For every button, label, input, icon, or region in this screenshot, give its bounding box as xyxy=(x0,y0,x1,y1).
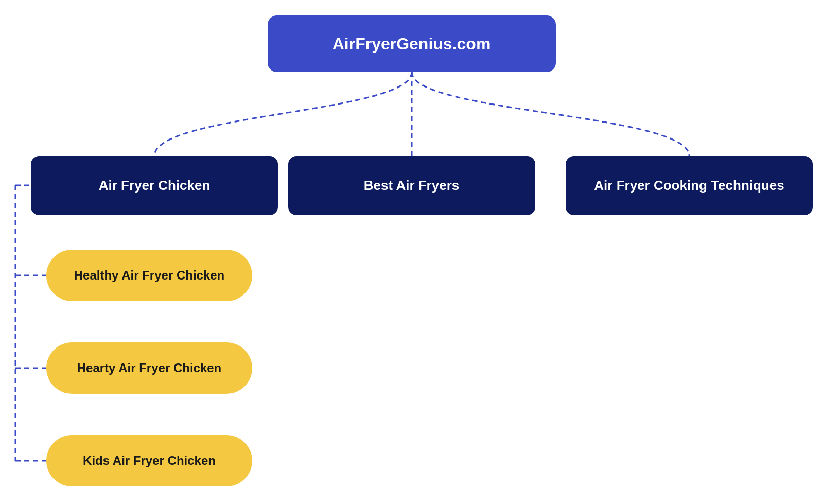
node-healthy-chicken: Healthy Air Fryer Chicken xyxy=(46,250,252,301)
best-label: Best Air Fryers xyxy=(354,178,469,194)
diagram-container: AirFryerGenius.com Air Fryer Chicken Bes… xyxy=(0,0,823,504)
hearty-label: Hearty Air Fryer Chicken xyxy=(77,361,222,375)
node-kids-chicken: Kids Air Fryer Chicken xyxy=(46,435,252,486)
root-node: AirFryerGenius.com xyxy=(268,15,556,72)
node-air-fryer-chicken: Air Fryer Chicken xyxy=(31,156,278,215)
root-label: AirFryerGenius.com xyxy=(332,34,491,54)
node-best-air-fryers: Best Air Fryers xyxy=(288,156,535,215)
healthy-label: Healthy Air Fryer Chicken xyxy=(74,268,225,283)
techniques-label: Air Fryer Cooking Techniques xyxy=(584,178,794,194)
node-air-fryer-techniques: Air Fryer Cooking Techniques xyxy=(566,156,813,215)
node-hearty-chicken: Hearty Air Fryer Chicken xyxy=(46,342,252,394)
kids-label: Kids Air Fryer Chicken xyxy=(83,454,216,468)
chicken-label: Air Fryer Chicken xyxy=(89,178,221,194)
